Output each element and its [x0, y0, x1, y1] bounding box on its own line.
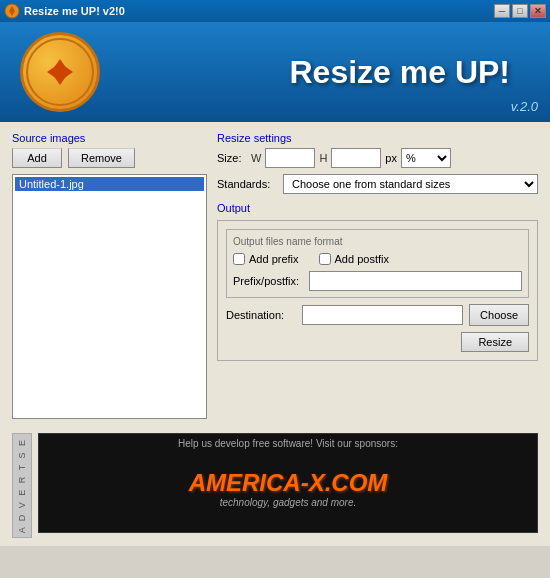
add-postfix-checkbox[interactable]	[319, 253, 331, 265]
standards-row: Standards: Choose one from standard size…	[217, 174, 538, 194]
add-button[interactable]: Add	[12, 148, 62, 168]
app-icon	[4, 3, 20, 19]
size-row: Size: W H px %	[217, 148, 538, 168]
source-images-label: Source images	[12, 132, 207, 144]
percent-select[interactable]: %	[401, 148, 451, 168]
add-prefix-label[interactable]: Add prefix	[233, 253, 299, 265]
destination-row: Destination: Choose	[226, 304, 529, 326]
ad-sidebar: A D V E R T S E	[12, 433, 32, 538]
output-title: Output	[217, 202, 538, 214]
px-label: px	[385, 152, 397, 164]
close-button[interactable]: ✕	[530, 4, 546, 18]
title-buttons: ─ □ ✕	[494, 4, 546, 18]
output-box: Output files name format Add prefix Add …	[217, 220, 538, 361]
file-list-item[interactable]: Untitled-1.jpg	[15, 177, 204, 191]
app-title: Resize me UP!	[289, 54, 510, 91]
destination-label: Destination:	[226, 309, 296, 321]
output-inner-title: Output files name format	[233, 236, 522, 247]
file-list[interactable]: Untitled-1.jpg	[12, 174, 207, 419]
main-content: Source images Add Remove Untitled-1.jpg …	[0, 122, 550, 429]
output-inner-box: Output files name format Add prefix Add …	[226, 229, 529, 298]
resize-settings-label: Resize settings	[217, 132, 538, 144]
ad-brand: AMERICA-X.COM	[189, 469, 388, 497]
width-input[interactable]	[265, 148, 315, 168]
height-input[interactable]	[331, 148, 381, 168]
window-title: Resize me UP! v2!0	[24, 5, 125, 17]
source-buttons-row: Add Remove	[12, 148, 207, 168]
add-prefix-checkbox[interactable]	[233, 253, 245, 265]
ad-tagline: technology, gadgets and more.	[220, 497, 357, 508]
minimize-button[interactable]: ─	[494, 4, 510, 18]
size-label: Size:	[217, 152, 247, 164]
add-postfix-label[interactable]: Add postfix	[319, 253, 389, 265]
version-text: v.2.0	[511, 99, 538, 114]
bottom-area: A D V E R T S E Help us develop free sof…	[0, 429, 550, 546]
remove-button[interactable]: Remove	[68, 148, 135, 168]
prefix-input[interactable]	[309, 271, 522, 291]
ad-banner[interactable]: Help us develop free software! Visit our…	[38, 433, 538, 533]
prefix-label: Prefix/postfix:	[233, 275, 303, 287]
standards-select[interactable]: Choose one from standard sizes	[283, 174, 538, 194]
checkbox-row: Add prefix Add postfix	[233, 253, 522, 265]
title-bar-left: Resize me UP! v2!0	[4, 3, 125, 19]
add-prefix-text: Add prefix	[249, 253, 299, 265]
maximize-button[interactable]: □	[512, 4, 528, 18]
add-postfix-text: Add postfix	[335, 253, 389, 265]
prefix-row: Prefix/postfix:	[233, 271, 522, 291]
title-bar: Resize me UP! v2!0 ─ □ ✕	[0, 0, 550, 22]
ad-sidebar-text: A D V E R T S E	[17, 438, 27, 533]
svg-point-7	[55, 67, 65, 77]
height-label: H	[319, 152, 327, 164]
header-banner: Resize me UP! v.2.0	[0, 22, 550, 122]
destination-input[interactable]	[302, 305, 463, 325]
standards-label: Standards:	[217, 178, 277, 190]
ad-help-text: Help us develop free software! Visit our…	[39, 438, 537, 449]
resize-button[interactable]: Resize	[461, 332, 529, 352]
logo-svg	[25, 37, 95, 107]
width-label: W	[251, 152, 261, 164]
right-panel: Resize settings Size: W H px % Standards…	[217, 132, 538, 419]
resize-btn-row: Resize	[226, 332, 529, 352]
left-panel: Source images Add Remove Untitled-1.jpg	[12, 132, 207, 419]
app-logo	[20, 32, 100, 112]
choose-button[interactable]: Choose	[469, 304, 529, 326]
